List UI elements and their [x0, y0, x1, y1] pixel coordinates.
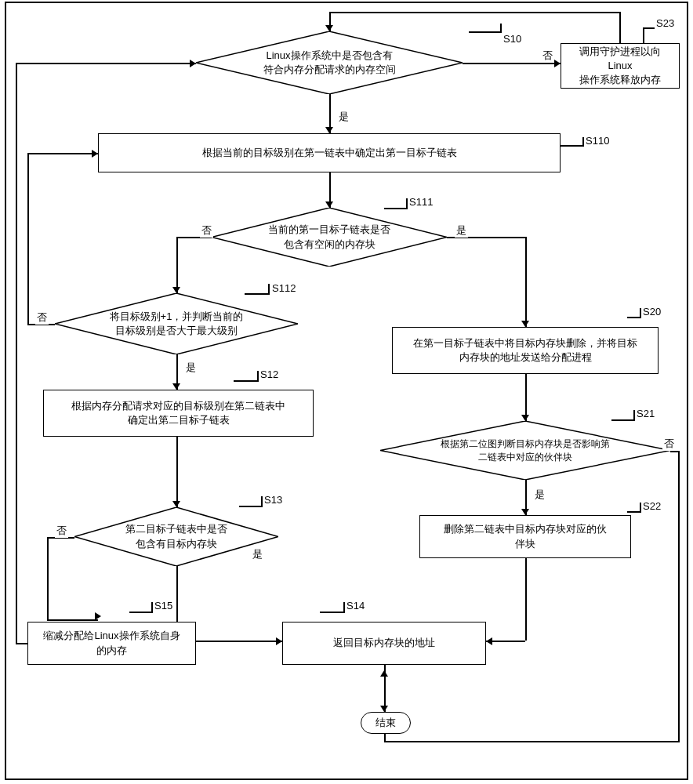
- process-s22: 删除第二链表中目标内存块对应的伙 伴块: [419, 515, 631, 558]
- decision-s112: 将目标级别+1，并判断当前的 目标级别是否大于最大级别: [55, 293, 298, 354]
- terminator-end-text: 结束: [376, 716, 396, 730]
- edge-label-yes-4: 是: [533, 488, 546, 502]
- step-label-s112: S112: [270, 282, 297, 294]
- step-label-s15: S15: [153, 600, 174, 612]
- edge-label-no-3: 否: [35, 310, 49, 325]
- process-s12-text: 根据内存分配请求对应的目标级别在第二链表中 确定出第二目标子链表: [71, 399, 285, 427]
- process-s14-text: 返回目标内存块的地址: [333, 636, 435, 650]
- step-label-s13: S13: [263, 494, 284, 506]
- decision-s111: 当前的第一目标子链表是否 包含有空闲的内存块: [212, 208, 447, 267]
- edge-label-no-5: 否: [662, 437, 676, 451]
- step-label-s12: S12: [259, 368, 280, 380]
- process-s15-text: 缩减分配给Linux操作系统自身 的内存: [43, 629, 180, 657]
- step-label-s14: S14: [345, 600, 366, 612]
- step-label-s10: S10: [502, 33, 523, 45]
- edge-label-yes: 是: [337, 110, 350, 124]
- process-s23: 调用守护进程以向Linux 操作系统释放内存: [561, 43, 680, 89]
- edge-label-no-2: 否: [200, 223, 213, 238]
- step-label-s22: S22: [641, 500, 662, 512]
- decision-s10: Linux操作系统中是否包含有 符合内存分配请求的内存空间: [196, 31, 463, 94]
- decision-s13: 第二目标子链表中是否 包含有目标内存块: [74, 507, 278, 566]
- step-label-s23: S23: [655, 17, 676, 29]
- process-s15: 缩减分配给Linux操作系统自身 的内存: [27, 622, 196, 665]
- process-s110-text: 根据当前的目标级别在第一链表中确定出第一目标子链表: [202, 146, 457, 160]
- process-s110: 根据当前的目标级别在第一链表中确定出第一目标子链表: [98, 133, 561, 172]
- decision-s21: 根据第二位图判断目标内存块是否影响第 二链表中对应的伙伴块: [380, 421, 670, 480]
- process-s20: 在第一目标子链表中将目标内存块删除，并将目标 内存块的地址发送给分配进程: [392, 327, 659, 374]
- decision-s13-text: 第二目标子链表中是否 包含有目标内存块: [110, 522, 243, 550]
- edge-label-yes-2: 是: [455, 223, 468, 238]
- process-s23-text: 调用守护进程以向Linux 操作系统释放内存: [569, 45, 671, 88]
- terminator-end: 结束: [361, 712, 411, 734]
- step-label-s111: S111: [408, 196, 434, 208]
- step-label-s110: S110: [584, 135, 611, 147]
- decision-s111-text: 当前的第一目标子链表是否 包含有空闲的内存块: [252, 223, 406, 251]
- decision-s21-text: 根据第二位图判断目标内存块是否影响第 二链表中对应的伙伴块: [425, 437, 626, 464]
- process-s14: 返回目标内存块的地址: [282, 622, 486, 665]
- process-s20-text: 在第一目标子链表中将目标内存块删除，并将目标 内存块的地址发送给分配进程: [413, 336, 637, 365]
- edge-label-yes-3: 是: [184, 361, 198, 375]
- step-label-s21: S21: [635, 408, 656, 419]
- edge-label-yes-5: 是: [251, 547, 264, 561]
- edge-label-no: 否: [541, 49, 554, 63]
- process-s22-text: 删除第二链表中目标内存块对应的伙 伴块: [444, 522, 607, 550]
- edge-label-no-4: 否: [55, 524, 68, 538]
- decision-s10-text: Linux操作系统中是否包含有 符合内存分配请求的内存空间: [248, 49, 412, 77]
- process-s12: 根据内存分配请求对应的目标级别在第二链表中 确定出第二目标子链表: [43, 390, 314, 437]
- decision-s112-text: 将目标级别+1，并判断当前的 目标级别是否大于最大级别: [94, 310, 259, 338]
- step-label-s20: S20: [641, 306, 662, 318]
